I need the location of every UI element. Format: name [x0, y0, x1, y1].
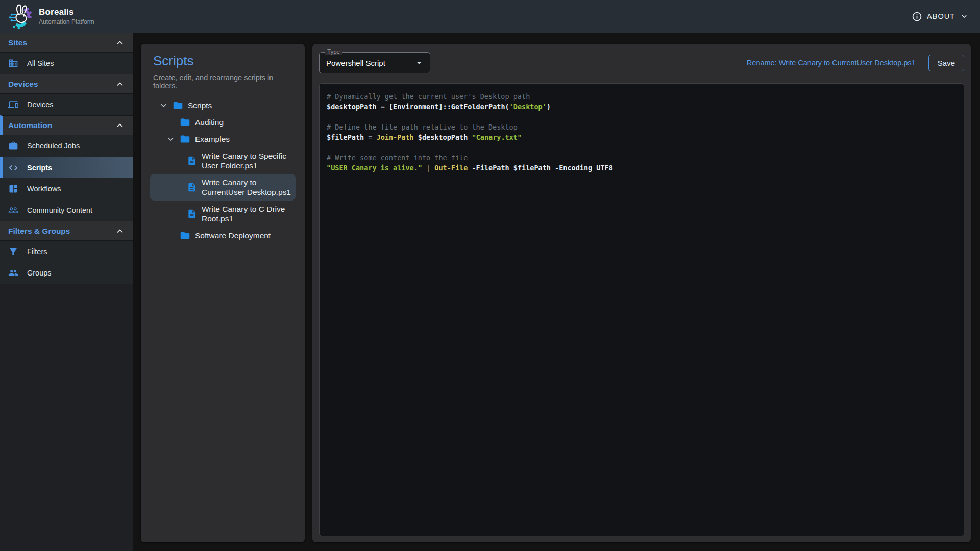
file-icon — [187, 209, 197, 219]
scripts-panel: Scripts Create, edit, and rearrange scri… — [141, 44, 305, 542]
scripts-tree: ScriptsAuditingExamplesWrite Canary to S… — [149, 97, 297, 244]
code-line: $desktopPath = [Environment]::GetFolderP… — [327, 102, 957, 112]
sidebar-section-label: Sites — [8, 38, 115, 47]
sidebar-item-label: Devices — [27, 101, 54, 109]
tree-folder-auditing[interactable]: Auditing — [150, 114, 296, 131]
info-icon — [912, 11, 922, 22]
sidebar-item-label: Workflows — [27, 185, 61, 193]
tree-folder-software-deployment[interactable]: Software Deployment — [150, 227, 296, 244]
code-line: # Write some content into the file — [327, 153, 957, 163]
tree-item-label: Write Canary to Specific User Folder.ps1 — [202, 151, 296, 171]
tree-expand-chevron-down-icon[interactable] — [166, 135, 180, 143]
borealis-rabbit-logo-icon — [7, 3, 34, 30]
script-editor-panel: Type Powershell Script Rename: Write Can… — [312, 44, 971, 542]
sidebar-section-label: Automation — [8, 121, 115, 130]
workflows-icon — [8, 184, 18, 194]
main-area: Scripts Create, edit, and rearrange scri… — [133, 33, 980, 551]
sidebar-item-label: All Sites — [27, 59, 54, 67]
sidebar-item-filters[interactable]: Filters — [0, 241, 133, 262]
save-button[interactable]: Save — [928, 55, 964, 71]
code-line: # Dynamically get the current user's Des… — [327, 91, 957, 102]
tree-item-label: Write Canary to CurrentUser Desktop.ps1 — [202, 178, 296, 197]
sidebar-section-devices[interactable]: Devices — [0, 74, 133, 94]
devices-icon — [8, 99, 18, 110]
sidebar-item-scripts[interactable]: Scripts — [0, 157, 133, 178]
sidebar-filler — [0, 284, 133, 551]
chevron-up-icon — [115, 121, 125, 130]
community-icon — [8, 205, 18, 215]
tree-item-label: Auditing — [195, 117, 224, 128]
scripts-panel-subtitle: Create, edit, and rearrange scripts in f… — [149, 73, 297, 90]
app-root: Borealis Automation Platform ABOUT Sites… — [0, 0, 980, 551]
sidebar-item-label: Community Content — [27, 206, 92, 214]
sidebar: SitesAll SitesDevicesDevicesAutomationSc… — [0, 33, 133, 551]
file-icon — [187, 156, 197, 166]
file-icon — [187, 182, 197, 192]
tree-item-label: Write Canary to C Drive Root.ps1 — [202, 204, 296, 224]
building-icon — [8, 58, 18, 68]
sidebar-section-sites[interactable]: Sites — [0, 33, 133, 53]
tree-folder-examples[interactable]: Examples — [150, 131, 296, 147]
sidebar-item-label: Filters — [27, 247, 47, 256]
tree-item-label: Scripts — [188, 101, 212, 111]
folder-icon — [173, 100, 183, 111]
tree-item-label: Examples — [195, 134, 230, 144]
content-area: SitesAll SitesDevicesDevicesAutomationSc… — [0, 33, 980, 551]
tree-expand-chevron-down-icon[interactable] — [159, 101, 173, 110]
code-line: $filePath = Join-Path $desktopPath "Cana… — [327, 132, 957, 142]
sidebar-section-label: Devices — [8, 80, 115, 89]
sidebar-section-label: Filters & Groups — [8, 227, 115, 236]
folder-icon — [180, 134, 190, 144]
about-label: ABOUT — [927, 12, 955, 20]
chevron-up-icon — [115, 80, 125, 89]
sidebar-item-scheduled-jobs[interactable]: Scheduled Jobs — [0, 135, 133, 157]
tree-file-write-canary-to-currentuser-desktop-ps1[interactable]: Write Canary to CurrentUser Desktop.ps1 — [150, 174, 296, 201]
sidebar-item-devices[interactable]: Devices — [0, 94, 133, 115]
tree-folder-scripts[interactable]: Scripts — [150, 97, 296, 114]
code-icon — [8, 163, 18, 173]
chevron-down-icon — [960, 12, 969, 21]
tree-item-label: Software Deployment — [195, 231, 271, 241]
code-line: # Define the file path relative to the D… — [327, 122, 957, 132]
code-editor[interactable]: # Dynamically get the current user's Des… — [319, 83, 964, 536]
sidebar-item-all-sites[interactable]: All Sites — [0, 53, 133, 74]
groups-icon — [8, 268, 18, 278]
sidebar-section-filters-groups[interactable]: Filters & Groups — [0, 221, 133, 241]
rename-script-link[interactable]: Rename: Write Canary to CurrentUser Desk… — [747, 59, 916, 67]
sidebar-nav: SitesAll SitesDevicesDevicesAutomationSc… — [0, 33, 133, 284]
caret-down-icon — [413, 57, 425, 68]
folder-icon — [180, 117, 190, 128]
tree-file-write-canary-to-specific-user-folder-ps1[interactable]: Write Canary to Specific User Folder.ps1 — [150, 147, 296, 174]
briefcase-icon — [8, 141, 18, 151]
top-bar: Borealis Automation Platform ABOUT — [0, 0, 980, 33]
chevron-up-icon — [115, 38, 125, 47]
code-line — [327, 112, 957, 122]
editor-header: Type Powershell Script Rename: Write Can… — [319, 52, 964, 73]
sidebar-section-automation[interactable]: Automation — [0, 115, 133, 135]
sidebar-item-label: Scripts — [27, 164, 52, 172]
chevron-up-icon — [115, 227, 125, 236]
code-line — [327, 142, 957, 153]
brand-text: Borealis Automation Platform — [39, 7, 94, 26]
tree-file-write-canary-to-c-drive-root-ps1[interactable]: Write Canary to C Drive Root.ps1 — [150, 201, 296, 227]
scripts-panel-title: Scripts — [149, 53, 297, 69]
app-subtitle: Automation Platform — [39, 18, 94, 26]
type-select-value: Powershell Script — [326, 59, 413, 67]
folder-icon — [180, 230, 190, 241]
sidebar-item-community-content[interactable]: Community Content — [0, 199, 133, 221]
sidebar-item-label: Groups — [27, 269, 52, 277]
brand: Borealis Automation Platform — [7, 3, 94, 30]
code-line: "USER Canary is alive." | Out-File -File… — [327, 163, 957, 173]
sidebar-item-workflows[interactable]: Workflows — [0, 178, 133, 199]
sidebar-item-label: Scheduled Jobs — [27, 142, 80, 150]
filter-icon — [8, 246, 18, 257]
app-title: Borealis — [39, 7, 94, 17]
sidebar-item-groups[interactable]: Groups — [0, 262, 133, 284]
type-select-label: Type — [325, 48, 342, 55]
about-menu-button[interactable]: ABOUT — [912, 11, 969, 22]
script-type-select[interactable]: Type Powershell Script — [319, 52, 430, 73]
